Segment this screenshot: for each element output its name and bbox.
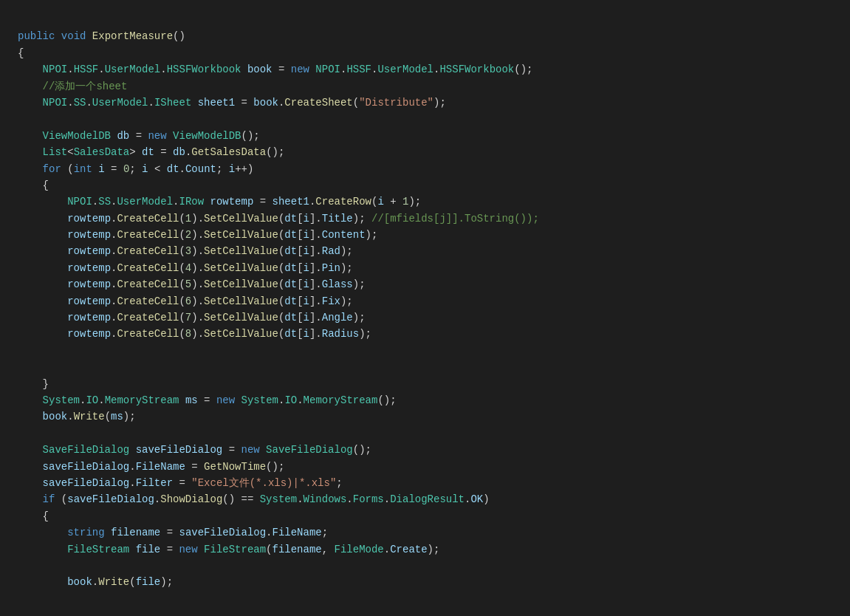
code-editor: public void ExportMeasure() { NPOI.HSSF.… [18,12,832,591]
line-1: public void ExportMeasure() { NPOI.HSSF.… [18,30,539,588]
